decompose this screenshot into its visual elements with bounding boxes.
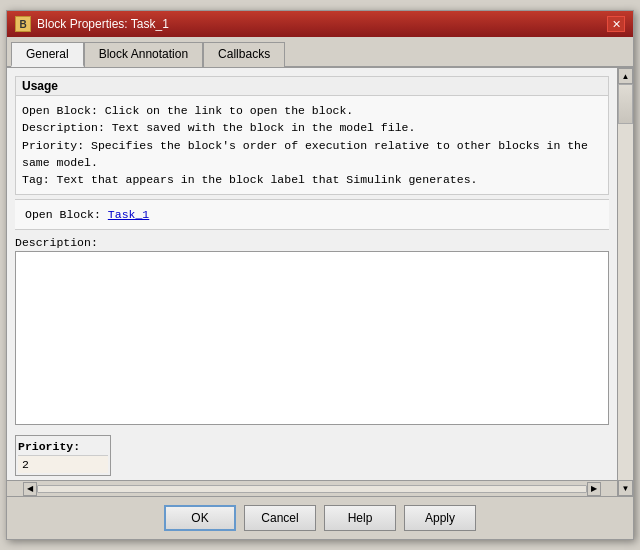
priority-label: Priority: (18, 440, 80, 453)
scrollbar-thumb[interactable] (618, 84, 633, 124)
usage-line-3: Priority: Specifies the block's order of… (22, 137, 602, 154)
block-properties-window: B Block Properties: Task_1 ✕ General Blo… (6, 10, 634, 540)
priority-section: Priority: (15, 435, 609, 476)
main-area: Usage Open Block: Click on the link to o… (7, 68, 633, 496)
scroll-up-button[interactable]: ▲ (618, 68, 633, 84)
main-content: Usage Open Block: Click on the link to o… (7, 68, 617, 496)
usage-header: Usage (16, 77, 608, 96)
priority-input[interactable] (18, 455, 108, 473)
description-section: Description: (15, 236, 609, 425)
open-block-label: Open Block: (25, 208, 101, 221)
horizontal-scrollbar-track[interactable] (37, 485, 587, 493)
usage-body: Open Block: Click on the link to open th… (16, 96, 608, 194)
scrollbar-track (618, 84, 633, 480)
scroll-down-button[interactable]: ▼ (618, 480, 633, 496)
horizontal-scrollbar[interactable]: ◀ ▶ (7, 480, 617, 496)
tab-callbacks[interactable]: Callbacks (203, 42, 285, 67)
scroll-left-button[interactable]: ◀ (23, 482, 37, 496)
open-block-link[interactable]: Task_1 (108, 208, 149, 221)
close-button[interactable]: ✕ (607, 16, 625, 32)
scroll-right-button[interactable]: ▶ (587, 482, 601, 496)
priority-box: Priority: (15, 435, 111, 476)
usage-line-5: Tag: Text that appears in the block labe… (22, 171, 602, 188)
apply-button[interactable]: Apply (404, 505, 476, 531)
title-bar: B Block Properties: Task_1 ✕ (7, 11, 633, 37)
usage-line-2: Description: Text saved with the block i… (22, 119, 602, 136)
window-title: Block Properties: Task_1 (37, 17, 169, 31)
description-textarea[interactable] (15, 251, 609, 425)
button-bar: OK Cancel Help Apply (7, 496, 633, 539)
open-block-section: Open Block: Task_1 (15, 199, 609, 230)
window-icon: B (15, 16, 31, 32)
ok-button[interactable]: OK (164, 505, 236, 531)
usage-section: Usage Open Block: Click on the link to o… (15, 76, 609, 195)
usage-line-4: same model. (22, 154, 602, 171)
usage-line-1: Open Block: Click on the link to open th… (22, 102, 602, 119)
description-label: Description: (15, 236, 609, 249)
vertical-scrollbar[interactable]: ▲ ▼ (617, 68, 633, 496)
tab-general[interactable]: General (11, 42, 84, 67)
help-button[interactable]: Help (324, 505, 396, 531)
tab-block-annotation[interactable]: Block Annotation (84, 42, 203, 67)
cancel-button[interactable]: Cancel (244, 505, 316, 531)
tab-bar: General Block Annotation Callbacks (7, 37, 633, 68)
